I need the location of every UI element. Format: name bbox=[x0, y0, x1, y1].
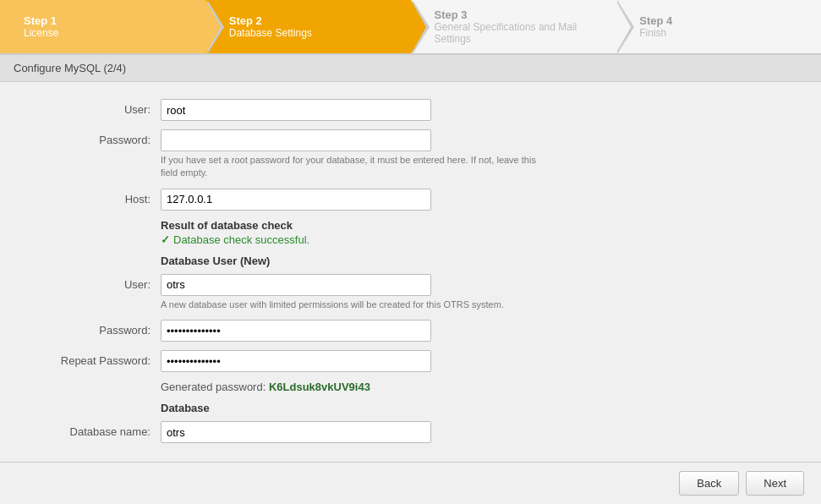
db-user-section-heading: Database User (New) bbox=[161, 255, 796, 267]
form-area: User: Password: If you have set a root p… bbox=[0, 82, 821, 468]
database-section-heading: Database bbox=[161, 402, 796, 414]
db-password-input-wrap bbox=[161, 320, 566, 342]
main-content: Configure MySQL (2/4) User: Password: If… bbox=[0, 54, 821, 502]
user-input-wrap bbox=[161, 99, 566, 121]
footer-bar: Back Next bbox=[0, 462, 821, 502]
wizard-step-3: Step 3 General Specifications and Mail S… bbox=[411, 0, 616, 53]
section-title: Configure MySQL (2/4) bbox=[0, 54, 821, 82]
step4-number: Step 4 bbox=[639, 14, 672, 27]
db-user-input[interactable] bbox=[161, 274, 431, 296]
password-input-wrap: If you have set a root password for your… bbox=[161, 129, 566, 180]
step1-label: License bbox=[24, 27, 58, 39]
next-button[interactable]: Next bbox=[746, 471, 804, 496]
generated-password-label: Generated password: bbox=[161, 381, 265, 393]
db-user-hint: A new database user with limited permiss… bbox=[161, 299, 541, 311]
back-button[interactable]: Back bbox=[679, 471, 739, 496]
db-repeat-password-input[interactable] bbox=[161, 350, 431, 372]
host-input[interactable] bbox=[161, 189, 431, 211]
wizard-header: Step 1 License Step 2 Database Settings … bbox=[0, 0, 821, 54]
generated-password-row: Generated password: K6Ldsuk8vkUV9i43 bbox=[161, 381, 796, 393]
host-input-wrap bbox=[161, 189, 566, 211]
step2-label: Database Settings bbox=[229, 27, 312, 39]
database-section-title: Database bbox=[161, 402, 796, 414]
db-check-section: Result of database check ✓Database check… bbox=[161, 219, 796, 246]
host-row: Host: bbox=[25, 189, 796, 211]
wizard-step-2: Step 2 Database Settings bbox=[205, 0, 411, 53]
user-input[interactable] bbox=[161, 99, 431, 121]
step3-label: General Specifications and Mail Settings bbox=[435, 21, 599, 45]
db-name-label: Database name: bbox=[25, 421, 161, 438]
db-check-success: ✓Database check successful. bbox=[161, 233, 796, 246]
user-row: User: bbox=[25, 99, 796, 121]
wizard-step-1: Step 1 License bbox=[0, 0, 205, 53]
db-repeat-password-input-wrap bbox=[161, 350, 566, 372]
password-input[interactable] bbox=[161, 129, 431, 151]
db-repeat-password-row: Repeat Password: bbox=[25, 350, 796, 372]
db-user-section-title: Database User (New) bbox=[161, 255, 796, 267]
step1-number: Step 1 bbox=[24, 14, 58, 27]
step2-number: Step 2 bbox=[229, 14, 312, 27]
db-user-label: User: bbox=[25, 274, 161, 291]
db-name-row: Database name: bbox=[25, 421, 796, 443]
step3-number: Step 3 bbox=[435, 8, 599, 21]
db-name-input[interactable] bbox=[161, 421, 431, 443]
host-label: Host: bbox=[25, 189, 161, 205]
generated-password-value: K6Ldsuk8vkUV9i43 bbox=[269, 381, 370, 393]
user-label: User: bbox=[25, 99, 161, 116]
db-check-title: Result of database check bbox=[161, 219, 796, 232]
db-user-input-wrap: A new database user with limited permiss… bbox=[161, 274, 566, 311]
db-repeat-password-label: Repeat Password: bbox=[25, 350, 161, 367]
password-hint: If you have set a root password for your… bbox=[161, 154, 541, 180]
password-label: Password: bbox=[25, 129, 161, 146]
db-password-label: Password: bbox=[25, 320, 161, 337]
check-icon: ✓ bbox=[161, 233, 170, 246]
db-password-row: Password: bbox=[25, 320, 796, 342]
db-user-row: User: A new database user with limited p… bbox=[25, 274, 796, 311]
wizard-step-4: Step 4 Finish bbox=[616, 0, 821, 53]
password-row: Password: If you have set a root passwor… bbox=[25, 129, 796, 180]
db-name-input-wrap bbox=[161, 421, 566, 443]
step4-label: Finish bbox=[639, 27, 672, 39]
db-password-input[interactable] bbox=[161, 320, 431, 342]
